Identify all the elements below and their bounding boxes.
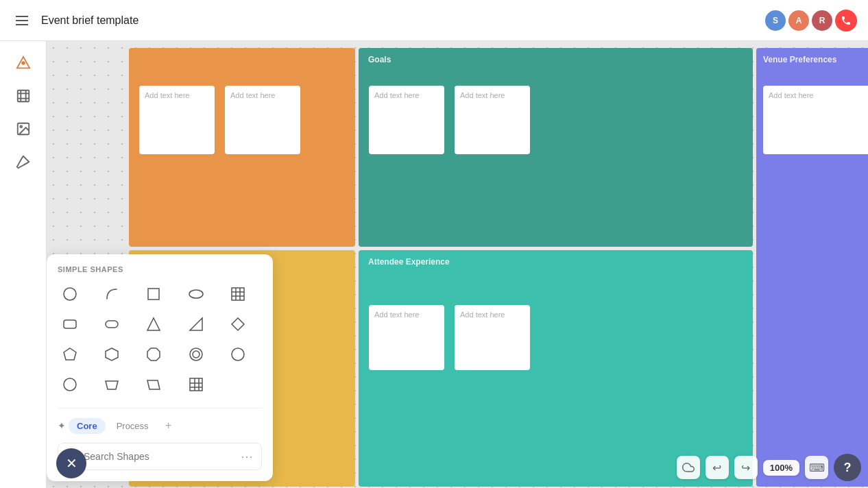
section-teal-top: Goals Add text here Add text here [359, 48, 753, 247]
sidebar-draw-btn[interactable] [10, 148, 37, 175]
sidebar-frame-btn[interactable] [10, 82, 37, 110]
shape-trapezoid[interactable] [99, 372, 124, 397]
keyboard-button[interactable]: ⌨ [805, 456, 828, 479]
tab-sparkle-icon[interactable]: ✦ [58, 420, 66, 431]
simple-shapes-title: SIMPLE SHAPES [58, 265, 262, 273]
panel-tabs: ✦ Core Process + [58, 408, 262, 435]
svg-point-1 [21, 61, 25, 65]
goals-label: Goals [368, 55, 391, 64]
svg-marker-22 [64, 348, 76, 360]
search-shapes-input[interactable] [84, 451, 235, 462]
document-title: Event brief template [41, 14, 757, 27]
card-teal-4[interactable]: Add text here [455, 305, 530, 370]
avatar-1[interactable]: S [765, 10, 786, 31]
shape-pentagon[interactable] [58, 342, 82, 367]
shape-circle3[interactable] [58, 372, 82, 397]
svg-marker-30 [147, 380, 160, 389]
shape-right-triangle[interactable] [184, 312, 208, 337]
shape-diamond[interactable] [226, 312, 250, 337]
card-orange-1[interactable]: Add text here [139, 86, 215, 154]
shape-square[interactable] [141, 282, 166, 306]
sidebar-shapes-btn[interactable] [10, 49, 37, 77]
shape-table[interactable] [226, 282, 250, 306]
venue-label: Venue Preferences [763, 55, 836, 64]
svg-marker-21 [232, 318, 244, 330]
shape-octagon[interactable] [141, 342, 166, 367]
sidebar-image-btn[interactable] [10, 115, 37, 143]
svg-point-11 [189, 290, 203, 298]
section-purple: Venue Preferences Add text here [756, 48, 868, 487]
shape-hexagon[interactable] [99, 342, 124, 367]
menu-button[interactable] [11, 10, 33, 32]
shape-stadium[interactable] [99, 312, 124, 337]
svg-rect-10 [148, 289, 159, 300]
hamburger-icon [16, 16, 28, 25]
search-more-icon[interactable]: ⋯ [241, 449, 253, 464]
canvas-area[interactable]: Add text here Add text here Goals Add te… [47, 41, 868, 488]
shape-ellipse[interactable] [184, 282, 208, 306]
svg-point-27 [232, 348, 244, 361]
undo-button[interactable]: ↩ [706, 456, 729, 479]
redo-button[interactable]: ↪ [734, 456, 758, 479]
shape-arc[interactable] [99, 282, 124, 306]
svg-marker-20 [190, 318, 202, 330]
svg-rect-31 [190, 378, 202, 391]
tab-add-button[interactable]: + [160, 417, 178, 435]
avatar-2[interactable]: A [788, 10, 809, 31]
shapes-grid [58, 282, 262, 397]
tab-process[interactable]: Process [108, 418, 157, 434]
svg-rect-12 [232, 288, 244, 300]
avatar-3[interactable]: R [812, 10, 832, 31]
shape-parallelogram[interactable] [141, 372, 166, 397]
svg-marker-23 [106, 348, 118, 361]
svg-rect-2 [17, 90, 29, 102]
svg-marker-29 [106, 381, 118, 389]
card-purple-1[interactable]: Add text here [763, 86, 868, 154]
svg-point-26 [193, 351, 200, 358]
collaborators: S A R [765, 10, 857, 32]
card-teal-1[interactable]: Add text here [369, 86, 444, 154]
shape-circle2[interactable] [226, 342, 250, 367]
svg-rect-18 [106, 321, 118, 328]
svg-point-9 [64, 288, 76, 300]
help-button[interactable]: ? [834, 454, 861, 481]
topbar: Event brief template S A R [0, 0, 868, 41]
shape-rounded-rect[interactable] [58, 312, 82, 337]
section-teal-bottom: Attendee Experience Add text here Add te… [359, 250, 753, 487]
zoom-level[interactable]: 100% [763, 460, 799, 476]
cloud-save-button[interactable] [677, 456, 700, 479]
shape-triangle[interactable] [141, 312, 166, 337]
card-teal-3[interactable]: Add text here [369, 305, 444, 370]
card-teal-2[interactable]: Add text here [455, 86, 530, 154]
shape-grid[interactable] [184, 372, 208, 397]
svg-point-28 [64, 378, 76, 391]
svg-marker-19 [147, 318, 160, 330]
section-orange: Add text here Add text here [129, 48, 355, 247]
svg-point-25 [190, 348, 202, 361]
svg-point-8 [20, 125, 22, 127]
left-sidebar [0, 41, 47, 488]
search-bar: 🔍 ⋯ [58, 443, 262, 470]
close-fab-button[interactable]: ✕ [56, 448, 86, 478]
bottom-bar: ↩ ↪ 100% ⌨ ? [677, 454, 861, 481]
shape-ring[interactable] [184, 342, 208, 367]
svg-marker-24 [147, 348, 160, 361]
card-orange-2[interactable]: Add text here [225, 86, 300, 154]
shape-picker-panel: SIMPLE SHAPES [47, 254, 273, 481]
svg-rect-17 [64, 320, 76, 328]
attendee-label: Attendee Experience [368, 257, 450, 267]
shape-circle[interactable] [58, 282, 82, 306]
tab-core[interactable]: Core [69, 418, 106, 434]
call-button[interactable] [835, 10, 857, 32]
